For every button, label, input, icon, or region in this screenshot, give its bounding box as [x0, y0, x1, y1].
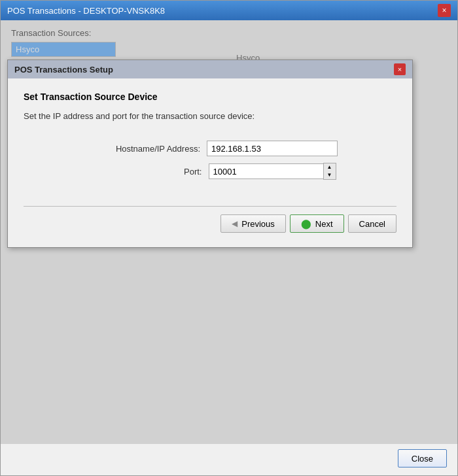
outer-footer: Close: [1, 444, 457, 475]
next-button[interactable]: ⬤ Next: [290, 214, 344, 233]
port-spin-up[interactable]: ▲: [324, 163, 336, 171]
inner-dialog-body: Set Transaction Source Device Set the IP…: [8, 78, 412, 247]
inner-titlebar: POS Transactions Setup ×: [8, 60, 412, 78]
port-spinner: ▲ ▼: [323, 163, 336, 180]
close-outer-button[interactable]: Close: [398, 449, 447, 468]
outer-body: Transaction Sources: Hsyco Hsyco POS Tra…: [1, 20, 457, 444]
modal-overlay: POS Transactions Setup × Set Transaction…: [1, 20, 457, 444]
form-area: Hostname/IP Address: Port: ▲ ▼: [24, 141, 396, 186]
port-label: Port:: [84, 167, 202, 177]
outer-titlebar: POS Transactions - DESKTOP-VNSK8K8 ×: [1, 1, 457, 20]
port-row: Port: ▲ ▼: [84, 163, 336, 180]
hostname-input[interactable]: [207, 141, 338, 156]
port-input[interactable]: [209, 163, 323, 179]
section-title: Set Transaction Source Device: [24, 92, 396, 102]
cancel-label: Cancel: [359, 219, 385, 229]
footer-separator: [24, 206, 396, 207]
inner-dialog-title: POS Transactions Setup: [14, 65, 113, 75]
port-spin-down[interactable]: ▼: [324, 171, 336, 179]
port-container: ▲ ▼: [209, 163, 336, 180]
inner-dialog: POS Transactions Setup × Set Transaction…: [7, 60, 413, 248]
previous-label: Previous: [241, 219, 275, 229]
previous-icon: ◀: [232, 219, 238, 228]
outer-window-title: POS Transactions - DESKTOP-VNSK8K8: [7, 6, 165, 16]
cancel-button[interactable]: Cancel: [348, 214, 396, 233]
next-icon: ⬤: [301, 218, 311, 229]
description-text: Set the IP address and port for the tran…: [24, 111, 396, 121]
inner-close-button[interactable]: ×: [394, 63, 406, 75]
previous-button[interactable]: ◀ Previous: [220, 214, 286, 233]
outer-close-button[interactable]: ×: [438, 4, 451, 17]
footer-buttons: ◀ Previous ⬤ Next Cancel: [24, 214, 396, 237]
hostname-label: Hostname/IP Address:: [82, 144, 200, 154]
outer-window: POS Transactions - DESKTOP-VNSK8K8 × Tra…: [0, 0, 458, 476]
next-label: Next: [315, 219, 333, 229]
hostname-row: Hostname/IP Address:: [82, 141, 338, 156]
